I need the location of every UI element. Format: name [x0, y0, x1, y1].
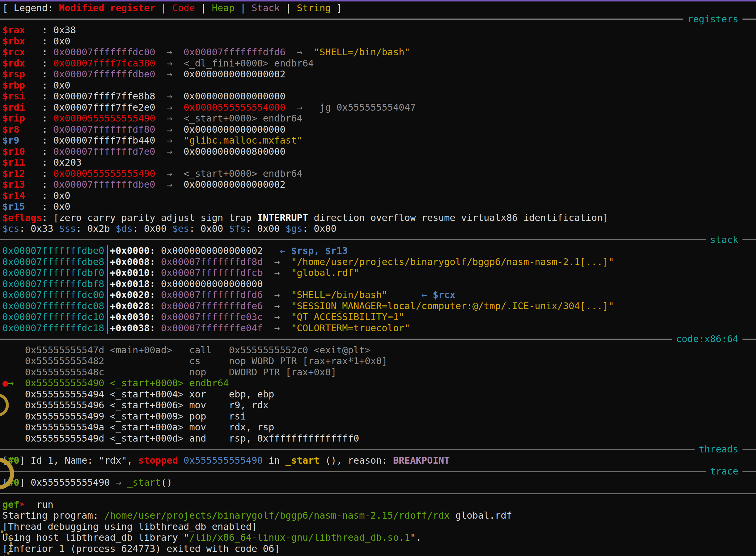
register-row-eflags: $eflags: [zero carry parity adjust sign … [0, 212, 756, 223]
text-segment: → [286, 102, 319, 113]
text-segment: ➤ [20, 554, 25, 556]
text-segment: "SHELL=/bin/bash" [291, 289, 388, 300]
text-segment: 0x0000000000000002 [184, 69, 286, 80]
text-segment [2, 367, 25, 378]
text-segment: ➤ [20, 499, 25, 510]
text-segment: ● [2, 377, 8, 389]
register-row-r12: $r12 : 0x0000555555555490 → <_start+0000… [0, 168, 756, 179]
text-segment: 0x00007fffffffdfe6 [161, 300, 263, 312]
text-segment: Modified register [59, 2, 155, 13]
text-segment [14, 377, 25, 389]
text-segment: $r12 [2, 168, 25, 179]
text-segment: : [20, 124, 53, 135]
text-segment: │ [104, 267, 110, 278]
text-segment [178, 455, 183, 466]
text-segment: $es [172, 223, 189, 234]
text-segment: mov [189, 399, 229, 411]
text-segment: $rsp [2, 69, 25, 80]
stack-row-0x0020: 0x00007fffffffdc00│+0x0020: 0x00007fffff… [0, 289, 756, 301]
divider-line [743, 19, 756, 20]
code-line-current-endbr64: ●→ 0x555555555490 <_start+0000> endbr64 [0, 378, 756, 389]
text-segment: ← [421, 289, 433, 300]
section-title: stack [706, 235, 743, 246]
text-segment: jg 0x555555554047 [319, 102, 416, 113]
text-segment: : [25, 190, 53, 201]
text-segment: → [115, 477, 127, 488]
text-segment: | [234, 2, 252, 13]
text-segment: 0x0000555555555490 [53, 168, 155, 179]
text-segment: 0x0000555555555490 [53, 113, 155, 124]
text-segment: → [155, 135, 183, 146]
text-segment: +0x0030: [110, 311, 161, 322]
text-segment: "glibc.malloc.mxfast" [184, 135, 303, 146]
console-output-thread-debug: [Thread debugging using libthread_db ena… [0, 521, 756, 532]
text-segment: 0x0 [53, 190, 70, 201]
text-segment: : [25, 102, 53, 113]
register-row-r9: $r9 : 0x00007ffff7ffb440 → "glibc.malloc… [0, 135, 756, 146]
text-segment: │ [104, 322, 110, 334]
text-segment [2, 345, 25, 356]
text-segment: → [155, 124, 183, 135]
console-command-run: gef➤ run [0, 499, 756, 511]
text-segment: : [42, 212, 53, 223]
text-segment: 0x555555555496 <_start+0006> [25, 399, 189, 411]
text-segment: <_start+0000> endbr64 [184, 168, 303, 179]
text-segment: "global.rdf" [291, 267, 359, 278]
register-row-rsi: $rsi : 0x00007ffff7ffe8b8 → 0x0000000000… [0, 91, 756, 102]
text-segment: 0x00007fffffffdfcb [161, 267, 263, 278]
text-segment: 0x5555555552c0 <exit@plt> [229, 345, 371, 356]
stack-row-0x0028: 0x00007fffffffdc08│+0x0028: 0x00007fffff… [0, 301, 756, 312]
threads-section-header: threads [0, 444, 756, 455]
text-segment: stopped [138, 455, 178, 466]
text-segment: mov [189, 422, 229, 433]
text-segment: : [25, 113, 53, 124]
text-segment: +0x0018: [110, 278, 161, 289]
text-segment: $r10 [2, 146, 25, 157]
text-segment: $cs [2, 223, 20, 234]
text-segment: 0x55555555548c [25, 367, 189, 378]
text-segment: │ [104, 256, 110, 268]
console-prompt[interactable]: gef➤ [0, 554, 756, 556]
console-divider [0, 488, 756, 499]
text-segment: endbr64 [189, 377, 229, 389]
text-segment: → [155, 58, 183, 69]
text-segment: DWORD PTR [rax+0x0] [229, 367, 337, 378]
text-segment: Using host libthread_db library " [2, 532, 189, 543]
stack-row-0x0008: 0x00007fffffffdbe8│+0x0008: 0x00007fffff… [0, 256, 756, 268]
text-segment: +0x0010: [110, 267, 161, 278]
text-segment: $rdi [2, 102, 25, 113]
stack-row-0x0018: 0x00007fffffffdbf8│+0x0018: 0x0000000000… [0, 279, 756, 290]
text-segment: ] [331, 2, 342, 13]
divider-line [743, 239, 756, 240]
text-segment: $rbx [2, 36, 25, 47]
text-segment: $r8 [2, 124, 20, 135]
text-segment: $rip [2, 113, 25, 124]
text-segment: /lib/x86_64-linux-gnu/libthread_db.so.1 [189, 532, 410, 543]
section-title: trace [706, 466, 743, 477]
text-segment: : [20, 135, 53, 146]
register-row-rbp: $rbp : 0x0 [0, 80, 756, 91]
divider-line [743, 471, 756, 472]
text-segment: <_start+0000> endbr64 [184, 113, 303, 124]
text-segment: 0x00007fffffffe03c [161, 311, 263, 322]
text-segment: rsp, 0xfffffffffffffff0 [229, 433, 359, 444]
code-line-cs-nop: 0x555555555482 cs nop WORD PTR [rax+rax*… [0, 356, 756, 367]
text-segment: $rax [2, 25, 25, 36]
stack-row-0x0010: 0x00007fffffffdbf0│+0x0010: 0x00007fffff… [0, 268, 756, 279]
section-title: threads [694, 444, 743, 455]
text-segment: String [297, 2, 331, 13]
text-segment: 0x00007fffffffdfd6 [161, 289, 263, 300]
text-segment: $rcx [2, 46, 25, 58]
text-segment: $fs [229, 223, 246, 234]
divider-line [743, 339, 756, 340]
text-segment: $r15 [2, 201, 25, 212]
text-segment: → [155, 46, 183, 58]
text-segment: $rsp, $r13 [291, 245, 348, 256]
text-segment: → [155, 113, 183, 124]
text-segment: +0x0008: [110, 256, 161, 268]
legend-line: [ Legend: Modified register | Code | Hea… [0, 3, 756, 14]
text-segment: 0x00007fffffffdbe0 [53, 179, 155, 190]
text-segment: INTERRUPT [257, 212, 308, 223]
text-segment: │ [104, 245, 110, 256]
text-segment [2, 399, 25, 411]
